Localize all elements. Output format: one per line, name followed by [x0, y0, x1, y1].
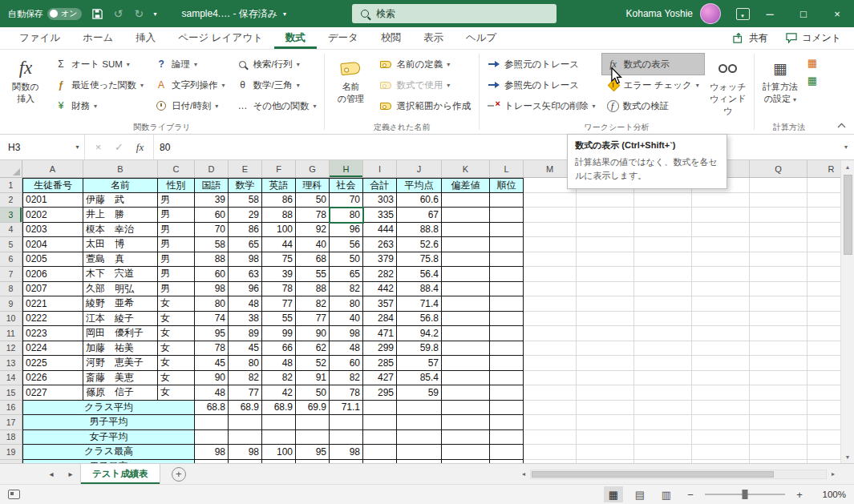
cell-H[interactable]: 社会: [330, 178, 363, 193]
cancel-icon[interactable]: ×: [89, 138, 107, 156]
row-header-6[interactable]: 6: [0, 252, 22, 268]
cell-G[interactable]: 82: [296, 296, 330, 312]
cell-J[interactable]: 59: [397, 385, 442, 401]
cell-R[interactable]: [807, 326, 840, 341]
cell-J[interactable]: 94.2: [397, 326, 442, 341]
row-header-13[interactable]: 13: [0, 356, 22, 371]
ribbon-tab-2[interactable]: ホーム: [71, 27, 124, 49]
cell-A[interactable]: 生徒番号: [22, 178, 83, 193]
cell-B[interactable]: 太田 博: [83, 237, 158, 252]
cell-L[interactable]: [490, 385, 524, 401]
ribbon-tab-1[interactable]: ファイル: [8, 27, 71, 49]
cell-G[interactable]: 55: [296, 267, 330, 282]
cell-O[interactable]: [634, 430, 692, 446]
cell-G[interactable]: 69.9: [296, 401, 330, 416]
name-manager-button[interactable]: 名前 の管理: [328, 52, 373, 120]
row-header-8[interactable]: 8: [0, 282, 22, 297]
watch-window-button[interactable]: ウォッチ ウィンドウ: [706, 52, 751, 120]
cell-E[interactable]: 38: [229, 312, 262, 327]
select-all-corner[interactable]: [0, 160, 22, 178]
cell-B[interactable]: 篠原 信子: [83, 385, 158, 401]
cell-C[interactable]: 性別: [158, 178, 195, 193]
cell-C[interactable]: 男: [158, 223, 195, 238]
insert-function-button[interactable]: fx 関数の 挿入: [3, 52, 48, 120]
cell-K[interactable]: [442, 356, 490, 371]
cell-G[interactable]: 68: [296, 252, 330, 268]
cell-Q[interactable]: [750, 326, 807, 341]
text-functions-button[interactable]: A文字列操作▾: [150, 75, 230, 95]
row-header-18[interactable]: 18: [0, 430, 22, 446]
cell-B[interactable]: 木下 宍道: [83, 267, 158, 282]
cell-H[interactable]: 98: [330, 326, 363, 341]
cell-I[interactable]: 444: [363, 223, 397, 238]
cell-R[interactable]: [807, 356, 840, 371]
cell-G[interactable]: [296, 415, 330, 430]
merged-label-cell[interactable]: 女子平均: [22, 430, 195, 446]
recently-used-button[interactable]: ƒ最近使った関数▾: [50, 75, 148, 95]
cell-K[interactable]: [442, 237, 490, 252]
cell-K[interactable]: 偏差値: [442, 178, 490, 193]
column-header-F[interactable]: F: [262, 160, 296, 178]
cell-A[interactable]: 0207: [22, 282, 83, 297]
sheet-tab-active[interactable]: テスト成績表: [80, 464, 160, 484]
cell-I[interactable]: [363, 415, 397, 430]
lookup-button[interactable]: 検索/行列▾: [232, 54, 322, 75]
cell-G[interactable]: 理科: [296, 178, 330, 193]
cell-M[interactable]: [524, 371, 577, 386]
cell-B[interactable]: 榎本 幸治: [83, 223, 158, 238]
cell-B[interactable]: 岡田 優利子: [83, 326, 158, 341]
cell-E[interactable]: 数学: [229, 178, 262, 193]
cell-I[interactable]: 427: [363, 371, 397, 386]
cell-P[interactable]: [692, 267, 750, 282]
search-box[interactable]: 検索: [352, 4, 557, 23]
cell-O[interactable]: [634, 341, 692, 357]
cell-Q[interactable]: [750, 445, 807, 460]
cell-M[interactable]: [524, 401, 577, 416]
cell-J[interactable]: 85.4: [397, 371, 442, 386]
cell-P[interactable]: [692, 401, 750, 416]
cell-I[interactable]: 263: [363, 237, 397, 252]
cell-B[interactable]: 名前: [83, 178, 158, 193]
cell-A[interactable]: 0202: [22, 208, 83, 223]
ribbon-tab-3[interactable]: 挿入: [124, 27, 167, 49]
column-header-R[interactable]: R: [807, 160, 840, 178]
page-layout-view-icon[interactable]: ▤: [630, 486, 650, 502]
cell-Q[interactable]: [750, 193, 807, 208]
row-header-14[interactable]: 14: [0, 371, 22, 386]
column-header-Q[interactable]: Q: [750, 160, 807, 178]
cell-C[interactable]: 男: [158, 193, 195, 208]
cell-D[interactable]: 78: [195, 341, 229, 357]
cell-C[interactable]: 男: [158, 267, 195, 282]
merged-label-cell[interactable]: クラス平均: [22, 401, 195, 416]
scroll-up-icon[interactable]: ▲: [841, 160, 854, 173]
cell-O[interactable]: [634, 223, 692, 238]
name-box[interactable]: H3: [0, 135, 71, 159]
share-button[interactable]: 共有: [733, 31, 768, 45]
cell-K[interactable]: [442, 415, 490, 430]
cell-E[interactable]: 98: [229, 252, 262, 268]
cell-I[interactable]: 299: [363, 341, 397, 357]
cell-F[interactable]: [262, 415, 296, 430]
show-formulas-button[interactable]: fx数式の表示: [602, 54, 704, 75]
cell-O[interactable]: [634, 445, 692, 460]
cell-D[interactable]: 58: [195, 237, 229, 252]
cell-L[interactable]: [490, 252, 524, 268]
comment-button[interactable]: コメント: [786, 31, 841, 45]
trace-precedents-button[interactable]: 参照元のトレース: [483, 54, 601, 75]
cell-D[interactable]: 80: [195, 296, 229, 312]
cell-B[interactable]: 江本 綾子: [83, 312, 158, 327]
cell-D[interactable]: 39: [195, 193, 229, 208]
cell-Q[interactable]: [750, 356, 807, 371]
zoom-out-icon[interactable]: −: [683, 489, 698, 501]
row-header-17[interactable]: 17: [0, 415, 22, 430]
document-title[interactable]: sample4.… - 保存済み ▾: [181, 7, 286, 21]
cell-F[interactable]: 42: [262, 385, 296, 401]
cell-P[interactable]: [692, 415, 750, 430]
zoom-level[interactable]: 100%: [814, 490, 846, 499]
cell-N[interactable]: [577, 237, 634, 252]
cell-O[interactable]: [634, 193, 692, 208]
ribbon-tab-9[interactable]: ヘルプ: [455, 27, 508, 49]
calculation-options-button[interactable]: ▦ 計算方法 の設定 ▾: [758, 52, 803, 120]
cell-A[interactable]: 0223: [22, 326, 83, 341]
cell-K[interactable]: [442, 385, 490, 401]
